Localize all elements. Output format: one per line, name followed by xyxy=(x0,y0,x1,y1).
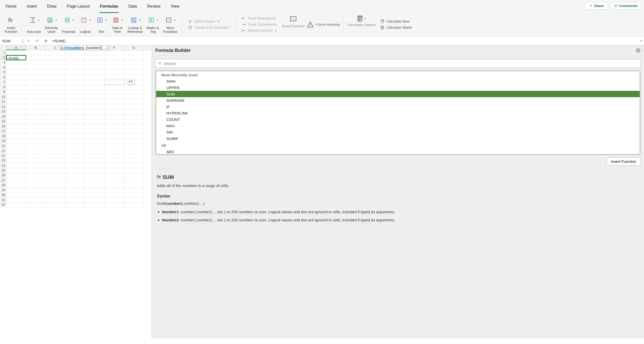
row-header[interactable]: 27 xyxy=(0,178,6,183)
cell[interactable] xyxy=(85,134,104,139)
cell[interactable] xyxy=(65,149,85,153)
cell[interactable] xyxy=(46,139,65,144)
cell[interactable] xyxy=(46,109,65,114)
logical-button[interactable]: ?▾ Logical xyxy=(78,15,92,34)
cell[interactable] xyxy=(26,134,46,139)
cell[interactable] xyxy=(124,134,144,139)
cell[interactable] xyxy=(104,65,124,70)
cell[interactable] xyxy=(65,173,85,178)
cell[interactable] xyxy=(124,168,144,173)
cell[interactable] xyxy=(124,178,144,183)
cell[interactable] xyxy=(124,163,144,168)
cell[interactable] xyxy=(6,203,26,207)
row-header[interactable]: 20 xyxy=(0,144,6,149)
function-item[interactable]: COUNT xyxy=(156,116,640,123)
row-header[interactable]: 4 xyxy=(0,65,6,70)
cell[interactable] xyxy=(26,144,46,149)
cell[interactable] xyxy=(85,139,104,144)
cell[interactable] xyxy=(46,114,65,119)
cell[interactable] xyxy=(85,124,104,129)
cell[interactable] xyxy=(46,158,65,163)
lookup-button[interactable]: ▾ Lookup & Reference xyxy=(126,15,144,34)
cell[interactable] xyxy=(85,70,104,75)
cell[interactable] xyxy=(26,99,46,104)
row-header[interactable]: 16 xyxy=(0,124,6,129)
cell[interactable] xyxy=(124,158,144,163)
cell[interactable] xyxy=(65,55,85,60)
cell[interactable] xyxy=(46,55,65,60)
tab-insert[interactable]: Insert xyxy=(26,3,37,13)
cell[interactable] xyxy=(124,114,144,119)
cell[interactable] xyxy=(65,60,85,65)
row-header[interactable]: 28 xyxy=(0,183,6,188)
cell[interactable] xyxy=(65,129,85,134)
cell[interactable] xyxy=(124,139,144,144)
cell[interactable] xyxy=(104,75,124,80)
cell[interactable] xyxy=(65,139,85,144)
cell[interactable] xyxy=(85,60,104,65)
cell[interactable] xyxy=(6,80,26,85)
cell[interactable] xyxy=(124,183,144,188)
cell[interactable] xyxy=(6,173,26,178)
cell[interactable] xyxy=(46,124,65,129)
calculation-options-button[interactable]: ▾ Calculation Options xyxy=(347,15,376,34)
text-button[interactable]: A▾ Text xyxy=(94,15,108,34)
function-list[interactable]: Most Recently UsedSINHUPPERSUMAVERAGEIFH… xyxy=(155,70,640,155)
calculate-sheet-button[interactable]: Calculate Sheet xyxy=(379,25,413,30)
cell[interactable] xyxy=(46,163,65,168)
cell[interactable] xyxy=(6,104,26,109)
cell[interactable] xyxy=(104,134,124,139)
cell[interactable] xyxy=(6,75,26,80)
cell[interactable] xyxy=(26,50,46,55)
cell[interactable] xyxy=(26,90,46,94)
cell[interactable] xyxy=(65,183,85,188)
cell[interactable] xyxy=(46,178,65,183)
cell[interactable] xyxy=(124,203,144,207)
cell[interactable] xyxy=(26,55,46,60)
cell[interactable] xyxy=(65,198,85,203)
cell[interactable] xyxy=(65,104,85,109)
cell[interactable] xyxy=(65,95,85,99)
cell[interactable] xyxy=(124,50,144,55)
cell[interactable] xyxy=(85,95,104,99)
cell[interactable] xyxy=(46,183,65,188)
cell[interactable] xyxy=(46,90,65,94)
cell[interactable] xyxy=(46,65,65,70)
cell[interactable] xyxy=(6,124,26,129)
cell[interactable] xyxy=(65,50,85,55)
cell[interactable] xyxy=(124,60,144,65)
cell[interactable] xyxy=(85,149,104,153)
column-header[interactable]: A xyxy=(6,45,26,50)
row-header[interactable]: 18 xyxy=(0,134,6,139)
row-header[interactable]: 2 xyxy=(0,55,6,60)
cell[interactable] xyxy=(26,114,46,119)
row-header[interactable]: 31 xyxy=(0,198,6,203)
cell[interactable] xyxy=(85,183,104,188)
tab-review[interactable]: Review xyxy=(147,3,161,13)
cell[interactable] xyxy=(6,183,26,188)
function-item[interactable]: ABS xyxy=(156,149,640,155)
cell[interactable] xyxy=(6,198,26,203)
cell[interactable] xyxy=(6,139,26,144)
cell[interactable] xyxy=(6,50,26,55)
cell[interactable] xyxy=(6,134,26,139)
cell[interactable] xyxy=(65,85,85,90)
cell[interactable] xyxy=(65,193,85,197)
cell[interactable] xyxy=(65,188,85,193)
cell[interactable] xyxy=(65,80,85,85)
cell[interactable] xyxy=(6,193,26,197)
row-header[interactable]: 30 xyxy=(0,193,6,197)
cell[interactable] xyxy=(65,119,85,124)
function-item[interactable]: SUM xyxy=(156,91,640,97)
cell[interactable] xyxy=(6,119,26,124)
row-header[interactable]: 19 xyxy=(0,139,6,144)
cell[interactable] xyxy=(124,55,144,60)
cell[interactable] xyxy=(85,99,104,104)
cell[interactable] xyxy=(46,188,65,193)
cell[interactable] xyxy=(46,168,65,173)
cell[interactable] xyxy=(85,153,104,158)
cell[interactable] xyxy=(65,163,85,168)
cell[interactable] xyxy=(124,65,144,70)
cell[interactable] xyxy=(104,193,124,197)
cell[interactable] xyxy=(46,85,65,90)
